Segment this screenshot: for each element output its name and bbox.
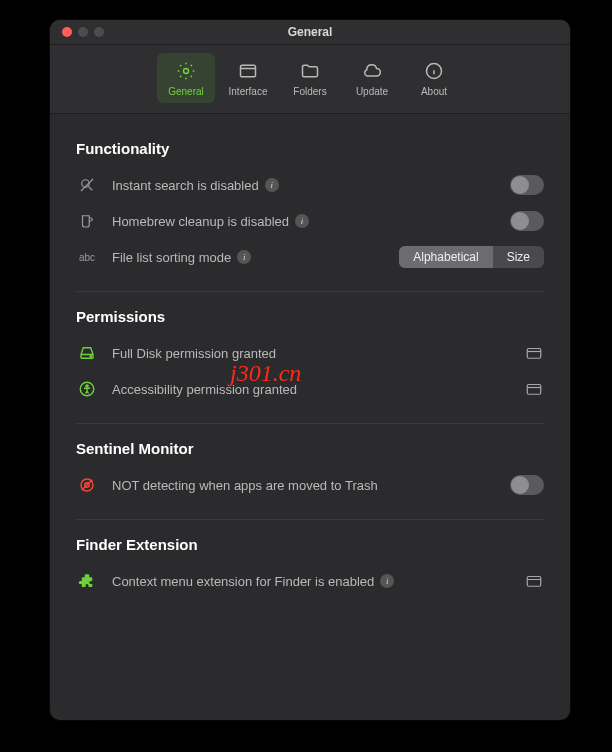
instant-search-text: Instant search is disabled (112, 178, 259, 193)
svg-rect-1 (241, 65, 256, 77)
finder-ext-text: Context menu extension for Finder is ena… (112, 574, 374, 589)
homebrew-cleanup-text: Homebrew cleanup is disabled (112, 214, 289, 229)
instant-search-label: Instant search is disabled i (112, 178, 496, 193)
homebrew-cleanup-label: Homebrew cleanup is disabled i (112, 214, 496, 229)
folder-icon (299, 60, 321, 82)
info-icon[interactable]: i (295, 214, 309, 228)
tab-folders[interactable]: Folders (281, 53, 339, 103)
divider (76, 423, 544, 424)
toolbar-tabs: General Interface Folders Update About (50, 45, 570, 114)
row-sentinel-detecting: NOT detecting when apps are moved to Tra… (76, 467, 544, 503)
homebrew-cleanup-toggle[interactable] (510, 211, 544, 231)
tab-folders-label: Folders (293, 86, 326, 97)
minimize-window-button[interactable] (78, 27, 88, 37)
row-full-disk: Full Disk permission granted (76, 335, 544, 371)
svg-point-5 (90, 356, 91, 357)
accessibility-icon (76, 378, 98, 400)
preferences-window: General General Interface Folders Update (50, 20, 570, 720)
tab-about-label: About (421, 86, 447, 97)
tab-about[interactable]: About (405, 53, 463, 103)
section-title-permissions: Permissions (76, 308, 544, 325)
titlebar: General (50, 20, 570, 45)
divider (76, 291, 544, 292)
full-disk-label: Full Disk permission granted (112, 346, 510, 361)
sort-option-alphabetical[interactable]: Alphabetical (399, 246, 492, 268)
target-off-icon (76, 474, 98, 496)
sort-option-size[interactable]: Size (493, 246, 544, 268)
mug-icon (76, 210, 98, 232)
divider (76, 519, 544, 520)
tab-general[interactable]: General (157, 53, 215, 103)
instant-search-toggle[interactable] (510, 175, 544, 195)
window-controls (62, 27, 104, 37)
tab-interface-label: Interface (229, 86, 268, 97)
tab-update[interactable]: Update (343, 53, 401, 103)
info-icon[interactable]: i (380, 574, 394, 588)
window-icon (237, 60, 259, 82)
content-area: Functionality Instant search is disabled… (50, 114, 570, 720)
sort-mode-text: File list sorting mode (112, 250, 231, 265)
accessibility-label: Accessibility permission granted (112, 382, 510, 397)
tab-interface[interactable]: Interface (219, 53, 277, 103)
sort-mode-segmented: Alphabetical Size (399, 246, 544, 268)
sort-mode-label: File list sorting mode i (112, 250, 385, 265)
close-window-button[interactable] (62, 27, 72, 37)
gear-icon (175, 60, 197, 82)
svg-point-0 (184, 68, 189, 73)
info-icon[interactable]: i (265, 178, 279, 192)
svg-rect-9 (527, 385, 541, 395)
row-homebrew-cleanup: Homebrew cleanup is disabled i (76, 203, 544, 239)
open-settings-icon[interactable] (524, 379, 544, 399)
svg-point-8 (86, 385, 88, 387)
svg-rect-12 (527, 577, 541, 587)
info-icon[interactable]: i (237, 250, 251, 264)
section-title-finder-ext: Finder Extension (76, 536, 544, 553)
section-title-functionality: Functionality (76, 140, 544, 157)
open-settings-icon[interactable] (524, 343, 544, 363)
cloud-icon (361, 60, 383, 82)
open-settings-icon[interactable] (524, 571, 544, 591)
tab-general-label: General (168, 86, 204, 97)
disk-icon (76, 342, 98, 364)
sentinel-detecting-label: NOT detecting when apps are moved to Tra… (112, 478, 496, 493)
sentinel-toggle[interactable] (510, 475, 544, 495)
window-title: General (288, 25, 333, 39)
tab-update-label: Update (356, 86, 388, 97)
section-title-sentinel: Sentinel Monitor (76, 440, 544, 457)
row-accessibility: Accessibility permission granted (76, 371, 544, 407)
row-instant-search: Instant search is disabled i (76, 167, 544, 203)
zoom-window-button[interactable] (94, 27, 104, 37)
puzzle-icon (76, 570, 98, 592)
search-disabled-icon (76, 174, 98, 196)
row-finder-ext: Context menu extension for Finder is ena… (76, 563, 544, 599)
svg-rect-6 (527, 349, 541, 359)
abc-icon: abc (76, 246, 98, 268)
row-sort-mode: abc File list sorting mode i Alphabetica… (76, 239, 544, 275)
finder-ext-label: Context menu extension for Finder is ena… (112, 574, 510, 589)
info-icon (423, 60, 445, 82)
